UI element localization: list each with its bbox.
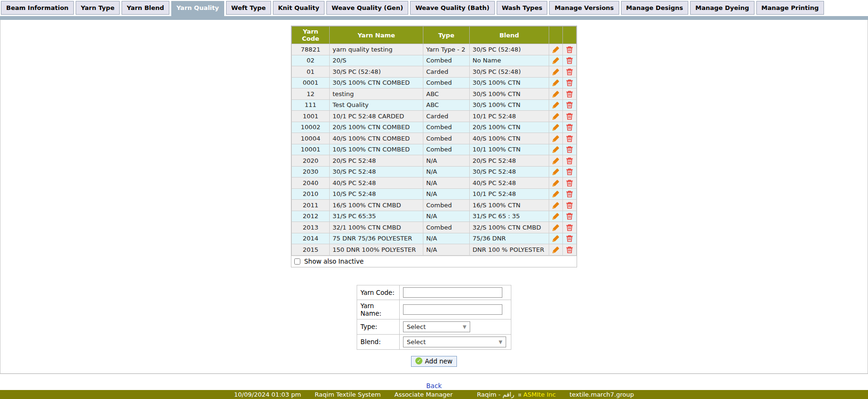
yarn-type-cell: N/A (423, 211, 470, 222)
delete-cell[interactable] (563, 133, 577, 144)
edit-pencil-icon[interactable] (552, 134, 560, 142)
delete-cell[interactable] (563, 122, 577, 133)
edit-pencil-icon[interactable] (552, 201, 560, 208)
edit-cell[interactable] (549, 99, 563, 111)
delete-cell[interactable] (563, 188, 577, 200)
delete-cell[interactable] (563, 55, 577, 66)
delete-trash-icon[interactable] (566, 68, 573, 75)
edit-cell[interactable] (549, 66, 563, 78)
edit-cell[interactable] (549, 166, 563, 177)
delete-trash-icon[interactable] (566, 213, 573, 220)
edit-pencil-icon[interactable] (552, 168, 560, 175)
edit-cell[interactable] (549, 222, 563, 233)
delete-trash-icon[interactable] (566, 146, 573, 153)
delete-cell[interactable] (563, 233, 577, 244)
tab-weave-quality-gen[interactable]: Weave Quality (Gen) (326, 1, 408, 15)
edit-cell[interactable] (549, 211, 563, 222)
delete-trash-icon[interactable] (566, 101, 573, 108)
type-select[interactable]: Select ▼ (403, 321, 470, 332)
delete-cell[interactable] (563, 89, 577, 100)
delete-trash-icon[interactable] (566, 201, 573, 208)
delete-cell[interactable] (563, 44, 577, 55)
delete-trash-icon[interactable] (566, 112, 573, 119)
delete-cell[interactable] (563, 244, 577, 256)
edit-pencil-icon[interactable] (552, 146, 560, 153)
edit-cell[interactable] (549, 188, 563, 200)
edit-pencil-icon[interactable] (552, 179, 560, 186)
tab-yarn-type[interactable]: Yarn Type (76, 1, 120, 15)
delete-trash-icon[interactable] (566, 79, 573, 86)
delete-cell[interactable] (563, 99, 577, 111)
yarn-blend-cell: 20/S PC 52:48 (470, 155, 549, 167)
edit-cell[interactable] (549, 55, 563, 66)
delete-trash-icon[interactable] (566, 223, 573, 231)
edit-cell[interactable] (549, 155, 563, 167)
delete-cell[interactable] (563, 66, 577, 78)
tab-manage-printing[interactable]: Manage Printing (756, 1, 824, 15)
tab-knit-quality[interactable]: Knit Quality (273, 1, 324, 15)
edit-cell[interactable] (549, 77, 563, 89)
edit-cell[interactable] (549, 133, 563, 144)
edit-pencil-icon[interactable] (552, 68, 560, 75)
tab-yarn-quality[interactable]: Yarn Quality (171, 1, 224, 16)
delete-trash-icon[interactable] (566, 168, 573, 175)
edit-pencil-icon[interactable] (552, 213, 560, 220)
edit-cell[interactable] (549, 44, 563, 55)
delete-trash-icon[interactable] (566, 235, 573, 242)
tab-yarn-blend[interactable]: Yarn Blend (122, 1, 169, 15)
tab-wash-types[interactable]: Wash Types (497, 1, 548, 15)
delete-trash-icon[interactable] (566, 246, 573, 253)
edit-cell[interactable] (549, 200, 563, 211)
delete-cell[interactable] (563, 166, 577, 177)
delete-trash-icon[interactable] (566, 124, 573, 131)
show-inactive-checkbox[interactable] (294, 258, 300, 265)
edit-cell[interactable] (549, 144, 563, 155)
edit-pencil-icon[interactable] (552, 57, 560, 64)
delete-cell[interactable] (563, 177, 577, 189)
edit-pencil-icon[interactable] (552, 45, 560, 53)
delete-trash-icon[interactable] (566, 179, 573, 186)
tab-beam-information[interactable]: Beam Information (1, 1, 74, 15)
tab-weave-quality-bath[interactable]: Weave Quality (Bath) (410, 1, 495, 15)
yarn-code-input[interactable] (403, 287, 502, 298)
delete-cell[interactable] (563, 77, 577, 89)
add-new-button[interactable]: ✓ Add new (411, 356, 456, 367)
tab-manage-versions[interactable]: Manage Versions (549, 1, 619, 15)
delete-trash-icon[interactable] (566, 134, 573, 142)
delete-trash-icon[interactable] (566, 90, 573, 97)
yarn-name-cell: 10/1 PC 52:48 CARDED (330, 111, 423, 122)
edit-cell[interactable] (549, 122, 563, 133)
company-link[interactable]: ASMIte Inc (523, 391, 556, 398)
edit-pencil-icon[interactable] (552, 223, 560, 231)
delete-cell[interactable] (563, 155, 577, 167)
edit-cell[interactable] (549, 233, 563, 244)
delete-cell[interactable] (563, 222, 577, 233)
edit-pencil-icon[interactable] (552, 235, 560, 242)
edit-pencil-icon[interactable] (552, 79, 560, 86)
edit-cell[interactable] (549, 111, 563, 122)
edit-pencil-icon[interactable] (552, 190, 560, 197)
yarn-name-input[interactable] (403, 304, 502, 315)
delete-cell[interactable] (563, 200, 577, 211)
edit-pencil-icon[interactable] (552, 101, 560, 108)
delete-trash-icon[interactable] (566, 57, 573, 64)
delete-trash-icon[interactable] (566, 157, 573, 164)
edit-cell[interactable] (549, 177, 563, 189)
edit-pencil-icon[interactable] (552, 90, 560, 97)
edit-pencil-icon[interactable] (552, 246, 560, 253)
tab-weft-type[interactable]: Weft Type (226, 1, 271, 15)
delete-trash-icon[interactable] (566, 45, 573, 53)
tab-manage-designs[interactable]: Manage Designs (621, 1, 689, 15)
edit-cell[interactable] (549, 244, 563, 256)
blend-select[interactable]: Select ▼ (403, 337, 506, 347)
edit-pencil-icon[interactable] (552, 124, 560, 131)
delete-trash-icon[interactable] (566, 190, 573, 197)
edit-pencil-icon[interactable] (552, 112, 560, 119)
edit-pencil-icon[interactable] (552, 157, 560, 164)
back-link[interactable]: Back (426, 382, 442, 390)
delete-cell[interactable] (563, 144, 577, 155)
tab-manage-dyeing[interactable]: Manage Dyeing (690, 1, 754, 15)
delete-cell[interactable] (563, 111, 577, 122)
delete-cell[interactable] (563, 211, 577, 222)
edit-cell[interactable] (549, 89, 563, 100)
